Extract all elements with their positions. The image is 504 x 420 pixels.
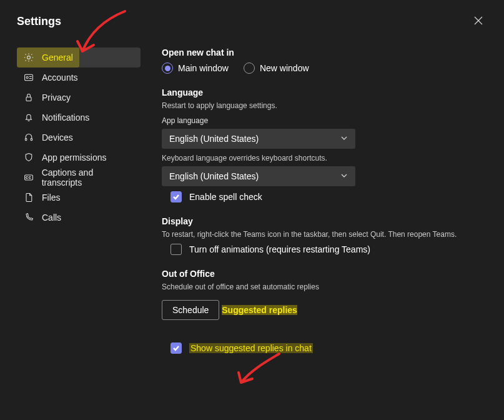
svg-rect-3: [26, 97, 31, 101]
radio-new-window[interactable]: New window: [244, 62, 309, 74]
chevron-down-icon: [340, 171, 348, 181]
ooo-hint: Schedule out of office and set automatic…: [162, 282, 487, 291]
spellcheck-checkbox[interactable]: [170, 191, 182, 202]
radio-label: Main window: [178, 63, 229, 73]
select-value: English (United States): [169, 134, 259, 144]
schedule-button[interactable]: Schedule: [162, 300, 219, 320]
app-language-select[interactable]: English (United States): [162, 129, 355, 149]
shield-icon: [23, 152, 34, 163]
ooo-title: Out of Office: [162, 269, 487, 279]
sidebar-item-files[interactable]: Files: [17, 188, 141, 208]
sidebar-item-label: Calls: [42, 212, 61, 222]
suggested-replies-label: Show suggested replies in chat: [189, 343, 313, 353]
language-hint: Restart to apply language settings.: [162, 101, 487, 110]
radio-icon: [162, 62, 173, 74]
open-chat-title: Open new chat in: [162, 48, 487, 58]
close-icon: [474, 16, 483, 27]
keyboard-language-select[interactable]: English (United States): [162, 166, 355, 186]
spellcheck-label: Enable spell check: [189, 192, 262, 202]
close-button[interactable]: [470, 12, 487, 30]
sidebar-item-general[interactable]: General: [17, 48, 141, 68]
sidebar-item-label: App permissions: [42, 152, 107, 162]
sidebar: General Accounts Privacy Notifications: [17, 48, 141, 420]
sidebar-item-label: Devices: [42, 132, 73, 142]
sidebar-item-label: Privacy: [42, 92, 71, 102]
headset-icon: [23, 132, 34, 143]
select-value: English (United States): [169, 171, 259, 181]
sidebar-item-label: General: [42, 52, 73, 62]
sidebar-item-calls[interactable]: Calls: [17, 208, 141, 228]
sidebar-item-notifications[interactable]: Notifications: [17, 108, 141, 128]
svg-rect-5: [31, 139, 32, 141]
language-title: Language: [162, 88, 487, 98]
cc-icon: [23, 172, 34, 183]
gear-icon: [23, 52, 34, 63]
sidebar-item-captions[interactable]: Captions and transcripts: [17, 168, 141, 188]
file-icon: [23, 192, 34, 203]
sidebar-item-devices[interactable]: Devices: [17, 128, 141, 148]
svg-point-2: [26, 76, 28, 78]
sidebar-item-label: Notifications: [42, 112, 89, 122]
display-title: Display: [162, 216, 487, 226]
sidebar-item-accounts[interactable]: Accounts: [17, 68, 141, 88]
sidebar-item-privacy[interactable]: Privacy: [17, 88, 141, 108]
lock-icon: [23, 92, 34, 103]
bell-icon: [23, 112, 34, 123]
svg-rect-4: [25, 139, 26, 141]
suggested-replies-title: Suggested replies: [222, 305, 297, 315]
phone-icon: [23, 212, 34, 223]
keyboard-hint: Keyboard language overrides keyboard sho…: [162, 154, 487, 162]
radio-main-window[interactable]: Main window: [162, 62, 229, 74]
settings-content: Open new chat in Main window New window …: [141, 48, 487, 420]
radio-label: New window: [260, 63, 309, 73]
animations-checkbox[interactable]: [170, 244, 182, 255]
sidebar-item-label: Captions and transcripts: [42, 168, 134, 188]
settings-title: Settings: [17, 15, 61, 28]
display-hint: To restart, right-click the Teams icon i…: [162, 230, 487, 239]
sidebar-item-label: Accounts: [42, 72, 78, 82]
animations-label: Turn off animations (requires restarting…: [189, 244, 370, 254]
chevron-down-icon: [340, 134, 348, 144]
suggested-replies-checkbox[interactable]: [170, 342, 182, 354]
radio-icon: [244, 62, 255, 74]
app-language-label: App language: [162, 116, 487, 125]
badge-icon: [23, 72, 34, 83]
svg-point-0: [27, 56, 31, 59]
sidebar-item-label: Files: [42, 192, 61, 202]
sidebar-item-app-permissions[interactable]: App permissions: [17, 148, 141, 168]
